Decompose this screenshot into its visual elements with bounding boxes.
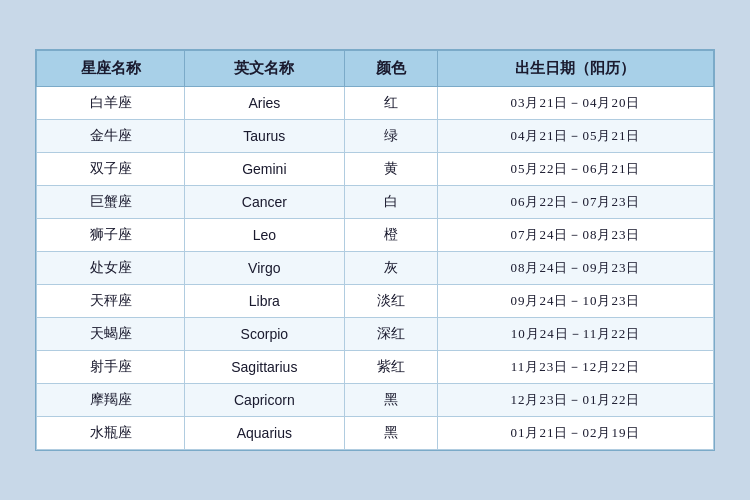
cell-dates: 04月21日－05月21日: [437, 120, 713, 153]
cell-color: 紫红: [344, 351, 437, 384]
header-zh-name: 星座名称: [37, 51, 185, 87]
zodiac-table-container: 星座名称 英文名称 颜色 出生日期（阳历） 白羊座Aries红03月21日－04…: [35, 49, 715, 451]
table-row: 水瓶座Aquarius黑01月21日－02月19日: [37, 417, 714, 450]
cell-color: 黄: [344, 153, 437, 186]
cell-color: 红: [344, 87, 437, 120]
table-row: 双子座Gemini黄05月22日－06月21日: [37, 153, 714, 186]
cell-color: 白: [344, 186, 437, 219]
cell-zh-name: 天秤座: [37, 285, 185, 318]
table-row: 天秤座Libra淡红09月24日－10月23日: [37, 285, 714, 318]
cell-dates: 09月24日－10月23日: [437, 285, 713, 318]
cell-color: 淡红: [344, 285, 437, 318]
table-row: 金牛座Taurus绿04月21日－05月21日: [37, 120, 714, 153]
cell-dates: 05月22日－06月21日: [437, 153, 713, 186]
cell-en-name: Gemini: [185, 153, 344, 186]
table-row: 处女座Virgo灰08月24日－09月23日: [37, 252, 714, 285]
table-row: 射手座Sagittarius紫红11月23日－12月22日: [37, 351, 714, 384]
cell-zh-name: 狮子座: [37, 219, 185, 252]
table-row: 巨蟹座Cancer白06月22日－07月23日: [37, 186, 714, 219]
cell-dates: 08月24日－09月23日: [437, 252, 713, 285]
cell-en-name: Leo: [185, 219, 344, 252]
table-row: 天蝎座Scorpio深红10月24日－11月22日: [37, 318, 714, 351]
cell-dates: 07月24日－08月23日: [437, 219, 713, 252]
cell-en-name: Scorpio: [185, 318, 344, 351]
cell-zh-name: 射手座: [37, 351, 185, 384]
cell-zh-name: 水瓶座: [37, 417, 185, 450]
cell-color: 橙: [344, 219, 437, 252]
cell-color: 黑: [344, 384, 437, 417]
cell-en-name: Taurus: [185, 120, 344, 153]
cell-en-name: Libra: [185, 285, 344, 318]
cell-en-name: Cancer: [185, 186, 344, 219]
cell-dates: 03月21日－04月20日: [437, 87, 713, 120]
cell-color: 黑: [344, 417, 437, 450]
table-body: 白羊座Aries红03月21日－04月20日金牛座Taurus绿04月21日－0…: [37, 87, 714, 450]
cell-en-name: Aries: [185, 87, 344, 120]
cell-dates: 01月21日－02月19日: [437, 417, 713, 450]
cell-en-name: Virgo: [185, 252, 344, 285]
cell-zh-name: 天蝎座: [37, 318, 185, 351]
cell-en-name: Capricorn: [185, 384, 344, 417]
cell-zh-name: 白羊座: [37, 87, 185, 120]
cell-zh-name: 金牛座: [37, 120, 185, 153]
table-row: 狮子座Leo橙07月24日－08月23日: [37, 219, 714, 252]
cell-en-name: Aquarius: [185, 417, 344, 450]
cell-dates: 11月23日－12月22日: [437, 351, 713, 384]
header-color: 颜色: [344, 51, 437, 87]
table-row: 白羊座Aries红03月21日－04月20日: [37, 87, 714, 120]
cell-dates: 12月23日－01月22日: [437, 384, 713, 417]
cell-dates: 06月22日－07月23日: [437, 186, 713, 219]
header-en-name: 英文名称: [185, 51, 344, 87]
cell-en-name: Sagittarius: [185, 351, 344, 384]
cell-color: 深红: [344, 318, 437, 351]
table-row: 摩羯座Capricorn黑12月23日－01月22日: [37, 384, 714, 417]
cell-zh-name: 处女座: [37, 252, 185, 285]
cell-color: 绿: [344, 120, 437, 153]
zodiac-table: 星座名称 英文名称 颜色 出生日期（阳历） 白羊座Aries红03月21日－04…: [36, 50, 714, 450]
cell-dates: 10月24日－11月22日: [437, 318, 713, 351]
cell-zh-name: 双子座: [37, 153, 185, 186]
table-header-row: 星座名称 英文名称 颜色 出生日期（阳历）: [37, 51, 714, 87]
header-dates: 出生日期（阳历）: [437, 51, 713, 87]
cell-zh-name: 巨蟹座: [37, 186, 185, 219]
cell-color: 灰: [344, 252, 437, 285]
cell-zh-name: 摩羯座: [37, 384, 185, 417]
